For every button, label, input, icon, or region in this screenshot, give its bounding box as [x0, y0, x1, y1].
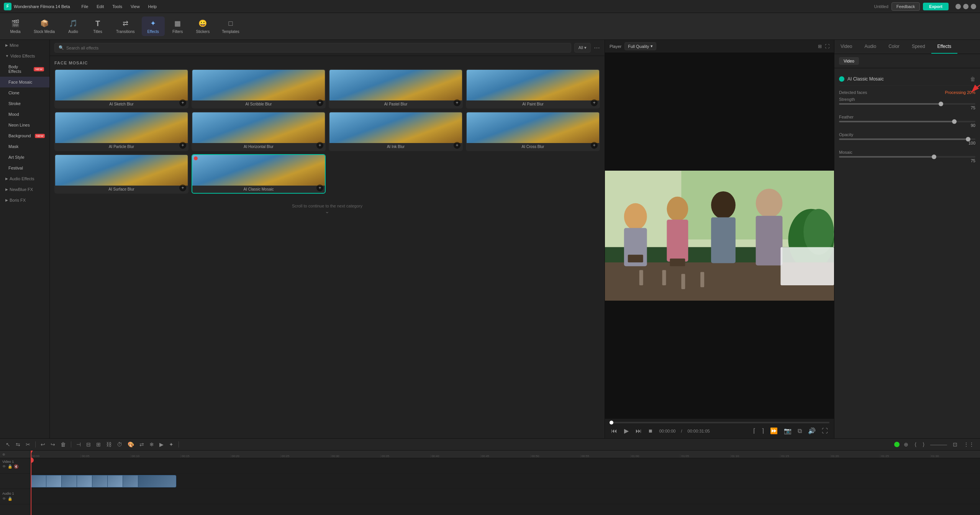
link-button[interactable]: ⛓: [104, 440, 113, 449]
mark-in-button[interactable]: ⌈: [752, 426, 757, 435]
tool-templates[interactable]: □ Templates: [216, 16, 245, 36]
sidebar-item-stroke[interactable]: Stroke: [0, 98, 49, 109]
menu-view[interactable]: View: [127, 3, 144, 10]
preview-fullscreen-icon[interactable]: ⛶: [825, 44, 829, 49]
quality-select[interactable]: Full Quality ▾: [624, 42, 656, 50]
effect-add-icon[interactable]: +: [591, 142, 598, 149]
effect-add-icon[interactable]: +: [316, 142, 323, 149]
filter-button[interactable]: All ▾: [574, 43, 591, 53]
opacity-thumb[interactable]: [966, 137, 970, 142]
sidebar-item-mask[interactable]: Mask: [0, 141, 49, 152]
menu-file[interactable]: File: [78, 3, 92, 10]
transform-button[interactable]: ⊞: [94, 440, 103, 449]
effect-ai-ink-blur[interactable]: AI Ink Blur +: [329, 112, 463, 151]
sidebar-item-background[interactable]: Background NEW: [0, 130, 49, 141]
sidebar-item-face-mosaic[interactable]: Face Mosaic: [0, 77, 49, 87]
search-input[interactable]: [66, 46, 567, 50]
tool-stock-media[interactable]: 📦 Stock Media: [28, 16, 60, 36]
trim-button[interactable]: ✂: [24, 440, 32, 449]
effect-add-icon[interactable]: +: [316, 99, 323, 106]
fullscreen-button[interactable]: ⛶: [820, 427, 829, 435]
effect-ai-scribble-blur[interactable]: AI Scribble Blur +: [192, 69, 326, 109]
video-track-lock-icon[interactable]: 🔒: [8, 464, 12, 469]
video-clip-row[interactable]: [31, 474, 980, 489]
sidebar-item-clone[interactable]: Clone: [0, 87, 49, 98]
crop-button[interactable]: ⊟: [84, 440, 93, 449]
tab-audio[interactable]: Audio: [858, 40, 882, 54]
more-options-button[interactable]: ⋯: [594, 44, 600, 51]
section-video-effects[interactable]: ▼ Video Effects: [0, 51, 49, 61]
tab-speed[interactable]: Speed: [906, 40, 931, 54]
prev-marker-button[interactable]: ⟨: [913, 440, 918, 449]
effect-ai-pastel-blur[interactable]: AI Pastel Blur +: [329, 69, 463, 109]
section-boris-fx[interactable]: ▶ Boris FX: [0, 195, 49, 206]
opacity-slider[interactable]: [839, 138, 975, 140]
sidebar-item-body-effects[interactable]: Body Effects NEW: [0, 61, 49, 77]
tool-audio[interactable]: 🎵 Audio: [62, 16, 85, 36]
pip-button[interactable]: ⧉: [796, 427, 803, 435]
ai-button[interactable]: ✦: [167, 440, 175, 449]
skip-forward-button[interactable]: ⏩: [769, 426, 779, 435]
effect-add-icon[interactable]: +: [454, 99, 461, 106]
freeze-frame-button[interactable]: ❄: [147, 440, 156, 449]
video-clip[interactable]: [31, 475, 176, 487]
grid-settings-button[interactable]: ⋮⋮: [962, 440, 976, 449]
ripple-edit-button[interactable]: ⇆: [14, 440, 22, 449]
subtab-video[interactable]: Video: [839, 57, 859, 65]
tool-media[interactable]: 🎬 Media: [4, 16, 27, 36]
sidebar-item-art-style[interactable]: Art Style: [0, 152, 49, 163]
mosaic-thumb[interactable]: [932, 155, 936, 159]
strength-slider[interactable]: [839, 103, 975, 105]
select-tool-button[interactable]: ↖: [4, 440, 12, 449]
volume-button[interactable]: 🔊: [806, 426, 817, 435]
tool-transitions[interactable]: ⇄ Transitions: [111, 16, 140, 36]
delete-button[interactable]: 🗑: [59, 440, 68, 449]
video-track-mute-icon[interactable]: 🔇: [14, 464, 18, 469]
snapshot-button[interactable]: 📷: [782, 426, 793, 435]
effect-ai-cross-blur[interactable]: AI Cross Blur +: [466, 112, 600, 151]
color-button[interactable]: 🎨: [126, 440, 136, 449]
menu-tools[interactable]: Tools: [108, 3, 126, 10]
mosaic-slider[interactable]: [839, 156, 975, 158]
go-to-end-button[interactable]: ⏭: [634, 427, 643, 435]
tool-effects[interactable]: ✦ Effects: [142, 16, 165, 36]
effect-ai-surface-blur[interactable]: AI Surface Blur +: [54, 154, 188, 194]
effect-add-icon[interactable]: +: [179, 99, 186, 106]
tab-effects[interactable]: Effects: [931, 40, 957, 54]
menu-help[interactable]: Help: [144, 3, 161, 10]
fit-timeline-button[interactable]: ⊡: [951, 440, 959, 449]
tool-titles[interactable]: T Titles: [86, 16, 109, 36]
feedback-button[interactable]: Feedback: [892, 2, 920, 11]
redo-button[interactable]: ↪: [49, 440, 57, 449]
stop-button[interactable]: ■: [647, 427, 654, 435]
effect-ai-paint-blur[interactable]: AI Paint Blur +: [466, 69, 600, 109]
section-audio-effects[interactable]: ▶ Audio Effects: [0, 173, 49, 184]
go-to-start-button[interactable]: ⏮: [610, 427, 619, 435]
sidebar-item-festival[interactable]: Festival: [0, 163, 49, 173]
audio-track-lock-icon[interactable]: 🔒: [8, 497, 12, 501]
strength-thumb[interactable]: [939, 102, 943, 106]
progress-thumb[interactable]: [610, 421, 613, 425]
feather-slider[interactable]: [839, 121, 975, 122]
audio-track-visibility-icon[interactable]: 👁: [2, 497, 6, 501]
video-track-visibility-icon[interactable]: 👁: [2, 464, 6, 469]
undo-button[interactable]: ↩: [39, 440, 47, 449]
maximize-button[interactable]: [963, 4, 969, 9]
preview-grid-icon[interactable]: ⊞: [818, 44, 822, 49]
section-mine[interactable]: ▶ Mine: [0, 40, 49, 51]
transition-button[interactable]: ⇄: [138, 440, 146, 449]
close-button[interactable]: [971, 4, 976, 9]
sidebar-item-mood[interactable]: Mood: [0, 109, 49, 120]
effect-add-icon[interactable]: +: [454, 142, 461, 149]
effect-ai-particle-blur[interactable]: AI Particle Blur +: [54, 112, 188, 151]
mark-out-button[interactable]: ⌉: [760, 426, 765, 435]
effect-add-icon[interactable]: +: [179, 142, 186, 149]
next-marker-button[interactable]: ⟩: [921, 440, 926, 449]
menu-edit[interactable]: Edit: [93, 3, 108, 10]
effect-add-icon[interactable]: +: [179, 184, 186, 191]
split-button[interactable]: ⊣: [74, 440, 83, 449]
search-box[interactable]: 🔍: [54, 43, 571, 53]
motion-button[interactable]: ▶: [157, 440, 166, 449]
add-marker-button[interactable]: ⊕: [902, 440, 910, 449]
speed-button[interactable]: ⏱: [115, 440, 124, 449]
